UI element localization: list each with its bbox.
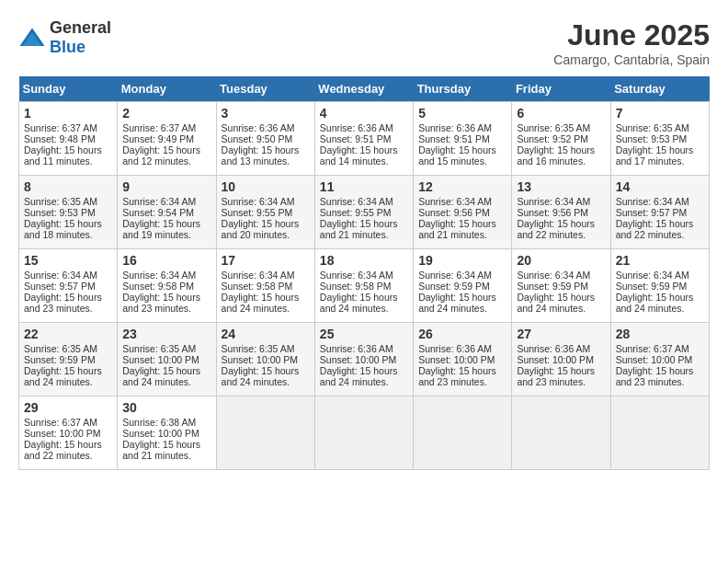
- sunrise-label: Sunrise: 6:38 AM: [122, 417, 196, 428]
- day-number: 10: [222, 179, 310, 194]
- calendar-week-row: 1 Sunrise: 6:37 AM Sunset: 9:48 PM Dayli…: [19, 102, 710, 176]
- table-row: [314, 396, 413, 470]
- day-number: 29: [24, 400, 112, 415]
- sunrise-label: Sunrise: 6:34 AM: [320, 196, 393, 207]
- daylight-minutes: and 23 minutes.: [122, 303, 191, 314]
- table-row: 8 Sunrise: 6:35 AM Sunset: 9:53 PM Dayli…: [19, 176, 118, 249]
- daylight-minutes: and 23 minutes.: [24, 303, 93, 314]
- col-thursday: Thursday: [414, 76, 512, 102]
- daylight-minutes: and 14 minutes.: [320, 155, 389, 167]
- table-row: 3 Sunrise: 6:36 AM Sunset: 9:50 PM Dayli…: [216, 102, 314, 176]
- sunset-label: Sunset: 9:58 PM: [320, 281, 392, 292]
- daylight-label: Daylight: 15 hours: [616, 144, 694, 155]
- day-number: 1: [24, 106, 112, 121]
- daylight-minutes: and 24 minutes.: [222, 303, 290, 314]
- daylight-label: Daylight: 15 hours: [24, 365, 102, 376]
- sunset-label: Sunset: 9:51 PM: [320, 133, 392, 144]
- day-number: 13: [517, 179, 605, 194]
- day-number: 23: [122, 327, 210, 341]
- daylight-label: Daylight: 15 hours: [222, 292, 300, 303]
- table-row: 30 Sunrise: 6:38 AM Sunset: 10:00 PM Day…: [118, 396, 216, 470]
- sunset-label: Sunset: 10:00 PM: [320, 354, 396, 365]
- sunrise-label: Sunrise: 6:34 AM: [122, 270, 196, 281]
- sunset-label: Sunset: 9:58 PM: [122, 281, 194, 292]
- day-number: 3: [222, 106, 310, 121]
- table-row: 13 Sunrise: 6:34 AM Sunset: 9:56 PM Dayl…: [512, 176, 610, 249]
- daylight-label: Daylight: 15 hours: [122, 439, 200, 450]
- daylight-label: Daylight: 15 hours: [122, 144, 200, 155]
- daylight-minutes: and 23 minutes.: [517, 376, 586, 387]
- daylight-minutes: and 15 minutes.: [418, 155, 487, 167]
- daylight-minutes: and 11 minutes.: [24, 155, 93, 167]
- day-number: 5: [418, 106, 506, 121]
- sunrise-label: Sunrise: 6:34 AM: [418, 270, 492, 281]
- table-row: 29 Sunrise: 6:37 AM Sunset: 10:00 PM Day…: [19, 396, 118, 470]
- table-row: 23 Sunrise: 6:35 AM Sunset: 10:00 PM Day…: [118, 323, 216, 396]
- daylight-minutes: and 20 minutes.: [222, 229, 290, 240]
- daylight-label: Daylight: 15 hours: [222, 144, 300, 155]
- table-row: 20 Sunrise: 6:34 AM Sunset: 9:59 PM Dayl…: [512, 249, 610, 323]
- sunset-label: Sunset: 9:51 PM: [418, 133, 490, 144]
- sunset-label: Sunset: 10:00 PM: [122, 428, 199, 439]
- table-row: 19 Sunrise: 6:34 AM Sunset: 9:59 PM Dayl…: [414, 249, 512, 323]
- table-row: [512, 396, 610, 470]
- table-row: 22 Sunrise: 6:35 AM Sunset: 9:59 PM Dayl…: [19, 323, 118, 396]
- daylight-minutes: and 13 minutes.: [222, 155, 290, 167]
- daylight-minutes: and 21 minutes.: [320, 229, 389, 240]
- daylight-minutes: and 24 minutes.: [517, 303, 586, 314]
- daylight-minutes: and 19 minutes.: [122, 229, 191, 240]
- sunrise-label: Sunrise: 6:36 AM: [320, 343, 393, 354]
- day-number: 30: [122, 400, 210, 415]
- table-row: 14 Sunrise: 6:34 AM Sunset: 9:57 PM Dayl…: [610, 176, 709, 249]
- daylight-label: Daylight: 15 hours: [517, 144, 595, 155]
- sunrise-label: Sunrise: 6:34 AM: [122, 196, 196, 207]
- daylight-minutes: and 22 minutes.: [616, 229, 685, 240]
- sunset-label: Sunset: 9:58 PM: [222, 281, 293, 292]
- daylight-minutes: and 23 minutes.: [418, 376, 487, 387]
- sunrise-label: Sunrise: 6:36 AM: [418, 122, 492, 133]
- table-row: 16 Sunrise: 6:34 AM Sunset: 9:58 PM Dayl…: [118, 249, 216, 323]
- day-number: 15: [24, 253, 112, 268]
- day-number: 18: [320, 253, 408, 268]
- daylight-minutes: and 24 minutes.: [122, 376, 191, 387]
- table-row: [414, 396, 512, 470]
- day-number: 6: [517, 106, 605, 121]
- sunrise-label: Sunrise: 6:37 AM: [24, 122, 97, 133]
- logo: General Blue: [18, 18, 111, 57]
- daylight-label: Daylight: 15 hours: [616, 218, 694, 229]
- sunrise-label: Sunrise: 6:35 AM: [24, 196, 97, 207]
- table-row: 27 Sunrise: 6:36 AM Sunset: 10:00 PM Day…: [512, 323, 610, 396]
- daylight-label: Daylight: 15 hours: [320, 218, 398, 229]
- sunset-label: Sunset: 9:59 PM: [24, 354, 96, 365]
- page-header: General Blue June 2025 Camargo, Cantabri…: [18, 18, 710, 67]
- day-number: 19: [418, 253, 506, 268]
- daylight-minutes: and 21 minutes.: [122, 450, 191, 461]
- day-number: 9: [122, 179, 210, 194]
- sunset-label: Sunset: 9:55 PM: [320, 207, 392, 218]
- daylight-label: Daylight: 15 hours: [517, 218, 595, 229]
- daylight-minutes: and 22 minutes.: [24, 450, 93, 461]
- sunset-label: Sunset: 9:50 PM: [222, 133, 293, 144]
- day-number: 7: [616, 106, 704, 121]
- table-row: 24 Sunrise: 6:35 AM Sunset: 10:00 PM Day…: [216, 323, 314, 396]
- table-row: 26 Sunrise: 6:36 AM Sunset: 10:00 PM Day…: [414, 323, 512, 396]
- daylight-minutes: and 12 minutes.: [122, 155, 191, 167]
- daylight-label: Daylight: 15 hours: [418, 292, 496, 303]
- title-area: June 2025 Camargo, Cantabria, Spain: [553, 18, 710, 67]
- calendar-table: Sunday Monday Tuesday Wednesday Thursday…: [18, 76, 710, 470]
- table-row: 1 Sunrise: 6:37 AM Sunset: 9:48 PM Dayli…: [19, 102, 118, 176]
- sunset-label: Sunset: 9:54 PM: [122, 207, 194, 218]
- daylight-label: Daylight: 15 hours: [122, 218, 200, 229]
- day-number: 14: [616, 179, 704, 194]
- sunrise-label: Sunrise: 6:34 AM: [24, 270, 97, 281]
- table-row: [610, 396, 709, 470]
- day-number: 27: [517, 327, 605, 341]
- location: Camargo, Cantabria, Spain: [553, 52, 710, 67]
- table-row: [216, 396, 314, 470]
- daylight-label: Daylight: 15 hours: [24, 218, 102, 229]
- col-tuesday: Tuesday: [216, 76, 314, 102]
- sunset-label: Sunset: 10:00 PM: [122, 354, 199, 365]
- logo-icon: [18, 27, 46, 49]
- sunrise-label: Sunrise: 6:37 AM: [616, 343, 689, 354]
- day-number: 17: [222, 253, 310, 268]
